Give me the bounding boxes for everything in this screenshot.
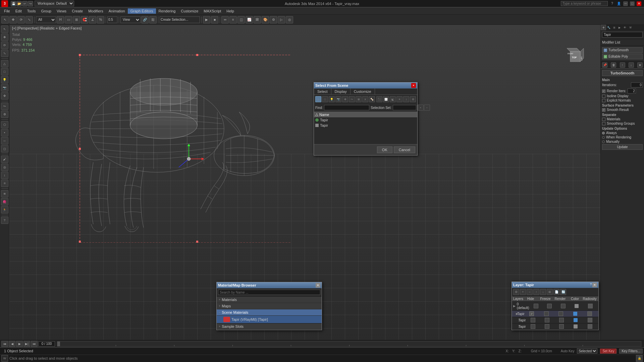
frame-range[interactable]	[57, 341, 641, 347]
sfs-item-0[interactable]: Tapir	[314, 117, 417, 123]
sfs-tab-select[interactable]: Select	[314, 88, 331, 95]
toolbar-render-btn[interactable]: ▷	[278, 16, 285, 23]
sfs-geometry-btn[interactable]: △	[315, 96, 321, 102]
transform-type-in[interactable]	[107, 16, 117, 23]
lt-scale-btn[interactable]: ⤡	[1, 50, 8, 57]
key-filters-button[interactable]: Key Filters...	[619, 349, 643, 354]
layer-tapir3-swatch[interactable]	[574, 324, 578, 328]
layer-btn-remove[interactable]: −	[527, 289, 533, 295]
layer-default-render-icon[interactable]	[561, 304, 566, 308]
play-animation-btn[interactable]: ▶	[203, 16, 210, 23]
rp-trash-btn[interactable]: 🗑	[611, 62, 616, 68]
workspace-selector[interactable]: Workspace: Default	[35, 1, 74, 6]
sfs-groups-btn[interactable]: ⊞	[356, 96, 362, 102]
menu-edit[interactable]: Edit	[13, 8, 24, 14]
minimize-button[interactable]: ─	[623, 1, 628, 6]
lt-paint-btn[interactable]: 🖌	[1, 156, 8, 163]
frame-counter[interactable]	[38, 341, 55, 347]
layer-tapir1-hide-icon[interactable]: ✓	[529, 311, 534, 316]
menu-group[interactable]: Group	[38, 8, 54, 14]
toolbar-move-btn[interactable]: ✥	[9, 16, 17, 23]
quick-access-open[interactable]: 📂	[16, 1, 22, 6]
menu-create[interactable]: Create	[69, 8, 86, 14]
sfs-sort-btn[interactable]: ↕	[403, 96, 409, 102]
mmb-close-button[interactable]: ✕	[316, 283, 320, 288]
sfs-options-btn[interactable]: ⚙	[410, 96, 416, 102]
lt-geometry-btn[interactable]: △	[1, 60, 8, 67]
lt-border-btn[interactable]: ◻	[1, 145, 8, 153]
sfs-ok-button[interactable]: OK	[377, 146, 392, 153]
layer-btn-move[interactable]: ↑	[533, 289, 539, 295]
toolbar-angle-snap-btn[interactable]: ∠	[89, 16, 96, 23]
sfs-cameras-btn[interactable]: 📷	[335, 96, 341, 102]
help-button[interactable]: ?	[610, 1, 614, 6]
mmb-cat-sample-header[interactable]: + Sample Slots	[217, 323, 322, 330]
sep-materials-check[interactable]	[602, 118, 605, 121]
mmb-cat-maps-header[interactable]: + Maps	[217, 303, 322, 309]
rp-tab-hierarchy[interactable]: ⊞	[611, 25, 617, 30]
layer-btn-settings[interactable]: ⚙	[513, 289, 519, 295]
mmb-search-input[interactable]	[218, 290, 320, 295]
layer-row-default[interactable]: ▶ 0 (default)	[512, 302, 598, 311]
community-button[interactable]: 👤	[616, 1, 621, 6]
sfs-helpers-btn[interactable]: ✜	[342, 96, 348, 102]
sfs-find-input[interactable]	[324, 105, 369, 110]
layer-tapir1-render-icon[interactable]	[558, 311, 563, 316]
layer-close-button[interactable]: ✕	[592, 283, 597, 287]
view-select[interactable]: View	[120, 16, 141, 23]
rp-highlight-btn[interactable]: ★	[637, 62, 643, 68]
always-radio[interactable]	[602, 132, 605, 134]
rp-tab-modify[interactable]: 🔧	[606, 25, 611, 30]
sfs-list[interactable]: Tapir Tapir	[314, 117, 417, 144]
toolbar-mirror-btn[interactable]: ⇔	[221, 16, 229, 23]
lt-question-btn[interactable]: ?	[1, 217, 8, 224]
rp-tab-create[interactable]: ✛	[601, 25, 606, 30]
lt-vertex-btn[interactable]: •	[1, 129, 8, 136]
layer-help-button[interactable]: ?	[590, 283, 592, 287]
frame-slider[interactable]	[57, 342, 60, 346]
lt-manipulate-btn[interactable]: ↕	[1, 172, 8, 179]
toolbar-scale-btn[interactable]: ⤡	[25, 16, 33, 23]
quick-access-save[interactable]: 💾	[11, 1, 16, 6]
lt-spacewarp-btn[interactable]: 〜	[1, 103, 8, 110]
layer-tapir3-rad-icon[interactable]	[588, 324, 592, 329]
layer-tapir3-freeze-icon[interactable]	[545, 324, 549, 329]
layer-btn-add[interactable]: +	[520, 289, 526, 295]
sfs-display-mode-btn[interactable]: ≡	[396, 96, 402, 102]
isoline-display-check[interactable]	[602, 95, 605, 98]
layer-default-freeze-icon[interactable]	[547, 304, 552, 308]
sfs-selset-add[interactable]: +	[418, 105, 424, 111]
menu-modifiers[interactable]: Modifiers	[86, 8, 106, 14]
rp-tab-motion[interactable]: ▶	[617, 25, 622, 30]
menu-animation[interactable]: Animation	[106, 8, 128, 14]
lt-isolate-btn[interactable]: ◎	[1, 164, 8, 171]
manually-radio[interactable]	[602, 140, 605, 143]
rp-tab-utilities[interactable]: ⚒	[628, 25, 633, 30]
render-iters-check[interactable]: ✓	[602, 89, 605, 93]
mmb-cat-materials-header[interactable]: + Materials	[217, 297, 322, 303]
menu-views[interactable]: Views	[54, 8, 69, 14]
toolbar-layer-btn[interactable]: ◫	[237, 16, 245, 23]
lt-rotate-btn[interactable]: ⟳	[1, 42, 8, 49]
sfs-spacewarp-btn[interactable]: 〜	[349, 96, 355, 102]
mmb-item-tapir[interactable]: Tapir (VRayMtl) [Tapir]	[217, 316, 322, 323]
lt-hair-btn[interactable]: ≋	[1, 190, 8, 197]
layer-btn-merge[interactable]: ⊞	[547, 289, 553, 295]
lt-helpers-btn[interactable]: ✜	[1, 92, 8, 100]
lt-move-btn[interactable]: ✥	[1, 34, 8, 41]
lt-reactor-btn[interactable]: ⚛	[1, 180, 8, 187]
close-button[interactable]: ✕	[637, 1, 641, 6]
mmb-cat-scene-header[interactable]: − Scene Materials	[217, 309, 322, 316]
lt-cloth-btn[interactable]: 🧶	[1, 198, 8, 205]
modifier-turbosmooth[interactable]: T TurboSmooth	[602, 47, 643, 53]
sfs-bones-btn[interactable]: 🦴	[369, 96, 375, 102]
layer-tapir2-render-icon[interactable]	[559, 318, 564, 322]
update-button[interactable]: Update	[602, 144, 643, 150]
iterations-input[interactable]	[631, 82, 643, 87]
create-selection-input[interactable]	[160, 16, 200, 23]
sfs-shapes-btn[interactable]: □	[322, 96, 328, 102]
layer-tapir2-rad-icon[interactable]	[588, 318, 592, 322]
app-logo[interactable]: 3	[1, 0, 8, 7]
menu-tools[interactable]: Tools	[24, 8, 39, 14]
lt-biped-btn[interactable]: 🏃	[1, 206, 8, 214]
